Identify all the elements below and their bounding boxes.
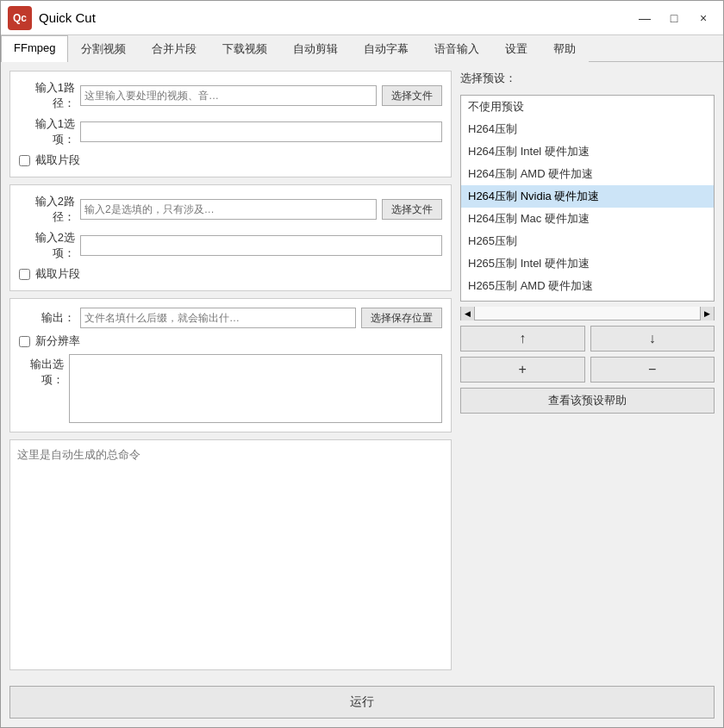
list-item[interactable]: H264压制 Intel 硬件加速 [461, 140, 714, 163]
preset-down-button[interactable]: ↓ [590, 326, 715, 352]
main-content: 输入1路径： 选择文件 输入1选项： 截取片段 输入2路径： [1, 62, 723, 686]
list-item[interactable]: H265压制 [461, 230, 714, 252]
minimize-button[interactable]: — [632, 6, 658, 30]
input2-path-label: 输入2路径： [19, 194, 75, 225]
tab-voice[interactable]: 语音输入 [421, 35, 492, 62]
output-options-field[interactable] [69, 354, 442, 423]
input2-options-field[interactable] [80, 235, 442, 256]
app-window: Qc Quick Cut — □ × FFmpeg 分割视频 合并片段 下载视频… [0, 0, 724, 728]
preset-help-button[interactable]: 查看该预设帮助 [460, 388, 715, 414]
preset-hscroll: ◀ ▶ [460, 307, 715, 320]
tab-auto-edit[interactable]: 自动剪辑 [280, 35, 351, 62]
input1-clip-checkbox[interactable] [19, 155, 30, 166]
app-logo: Qc [8, 6, 32, 30]
preset-list[interactable]: 不使用预设H264压制H264压制 Intel 硬件加速H264压制 AMD 硬… [460, 95, 715, 302]
tab-ffmpeg[interactable]: FFmpeg [1, 35, 68, 62]
tab-merge[interactable]: 合并片段 [139, 35, 209, 62]
scroll-track [475, 307, 700, 320]
preset-up-button[interactable]: ↑ [460, 326, 585, 352]
tab-download[interactable]: 下载视频 [209, 35, 280, 62]
input1-group: 输入1路径： 选择文件 输入1选项： 截取片段 [9, 71, 452, 177]
output-options-row: 输出选项： [19, 354, 442, 423]
list-item[interactable]: H264压制 AMD 硬件加速 [461, 163, 714, 185]
preset-move-row: ↑ ↓ [460, 326, 715, 352]
list-item[interactable]: H264压制 [461, 118, 714, 140]
input1-options-row: 输入1选项： [19, 116, 442, 147]
command-area [9, 439, 452, 670]
run-button[interactable]: 运行 [9, 686, 715, 719]
input2-select-button[interactable]: 选择文件 [382, 199, 442, 220]
input1-select-button[interactable]: 选择文件 [382, 85, 442, 106]
title-bar: Qc Quick Cut — □ × [1, 1, 723, 35]
input2-group: 输入2路径： 选择文件 输入2选项： 截取片段 [9, 184, 452, 291]
tab-settings[interactable]: 设置 [492, 35, 540, 62]
new-resolution-checkbox[interactable] [19, 336, 30, 347]
bottom-section: 运行 [1, 686, 723, 727]
output-label: 输出： [19, 310, 75, 326]
new-resolution-label: 新分辨率 [35, 333, 80, 349]
input2-clip-checkbox[interactable] [19, 269, 30, 280]
right-panel: 选择预设： 不使用预设H264压制H264压制 Intel 硬件加速H264压制… [460, 71, 715, 677]
tab-split[interactable]: 分割视频 [68, 35, 139, 62]
input2-clip-row: 截取片段 [19, 266, 442, 282]
preset-label: 选择预设： [460, 71, 715, 86]
scroll-right-button[interactable]: ▶ [700, 307, 714, 320]
preset-controls: ↑ ↓ + − 查看该预设帮助 [460, 326, 715, 414]
input2-path-row: 输入2路径： 选择文件 [19, 194, 442, 225]
input2-options-row: 输入2选项： [19, 230, 442, 261]
output-path-field[interactable] [80, 308, 356, 328]
preset-add-button[interactable]: + [460, 357, 585, 383]
input1-path-label: 输入1路径： [19, 80, 75, 111]
input1-options-label: 输入1选项： [19, 116, 75, 147]
input1-clip-label: 截取片段 [35, 152, 80, 168]
output-select-button[interactable]: 选择保存位置 [361, 308, 442, 328]
input2-path-field[interactable] [80, 199, 377, 220]
maximize-button[interactable]: □ [661, 6, 687, 30]
list-item[interactable]: H265压制 Intel 硬件加速 [461, 252, 714, 275]
output-options-label: 输出选项： [19, 354, 64, 388]
window-controls: — □ × [632, 6, 716, 30]
scroll-left-button[interactable]: ◀ [461, 307, 475, 320]
list-item[interactable]: H265压制 Nvidia 硬件加速 [461, 297, 714, 302]
input1-options-field[interactable] [80, 121, 442, 142]
list-item[interactable]: H264压制 Mac 硬件加速 [461, 208, 714, 230]
preset-remove-button[interactable]: − [590, 357, 715, 383]
left-panel: 输入1路径： 选择文件 输入1选项： 截取片段 输入2路径： [9, 71, 452, 677]
preset-add-remove-row: + − [460, 357, 715, 383]
new-resolution-row: 新分辨率 [19, 333, 442, 349]
list-item[interactable]: H265压制 AMD 硬件加速 [461, 275, 714, 297]
tab-bar: FFmpeg 分割视频 合并片段 下载视频 自动剪辑 自动字幕 语音输入 设置 … [1, 35, 723, 62]
command-textarea[interactable] [17, 447, 444, 663]
close-button[interactable]: × [690, 6, 716, 30]
app-title: Quick Cut [39, 10, 632, 25]
input2-options-label: 输入2选项： [19, 230, 75, 261]
list-item[interactable]: 不使用预设 [461, 96, 714, 118]
output-path-row: 输出： 选择保存位置 [19, 308, 442, 328]
input2-clip-label: 截取片段 [35, 266, 80, 282]
input1-path-field[interactable] [80, 85, 377, 106]
tab-auto-subtitle[interactable]: 自动字幕 [351, 35, 421, 62]
input1-clip-row: 截取片段 [19, 152, 442, 168]
input1-path-row: 输入1路径： 选择文件 [19, 80, 442, 111]
output-group: 输出： 选择保存位置 新分辨率 输出选项： [9, 298, 452, 432]
tab-help[interactable]: 帮助 [540, 35, 589, 62]
list-item[interactable]: H264压制 Nvidia 硬件加速 [461, 185, 714, 208]
